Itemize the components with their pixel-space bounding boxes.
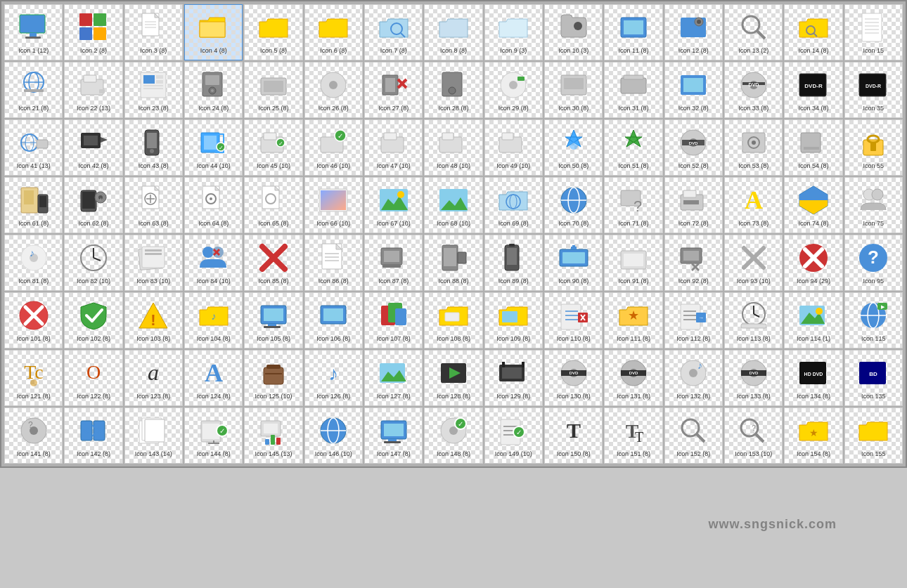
icon-cell-127[interactable]: Icon 127 (8)	[364, 350, 423, 406]
icon-cell-87[interactable]: Icon 87 (8)	[364, 235, 423, 291]
icon-cell-51[interactable]: Icon 51 (8)	[604, 119, 662, 176]
icon-cell-86[interactable]: Icon 86 (8)	[304, 235, 363, 291]
icon-cell-106[interactable]: Icon 106 (8)	[304, 292, 363, 348]
icon-cell-131[interactable]: DVDIcon 131 (8)	[604, 350, 662, 406]
icon-cell-151[interactable]: TTIcon 151 (8)	[604, 407, 662, 464]
icon-cell-143[interactable]: Icon 143 (14)	[124, 407, 183, 464]
icon-cell-69[interactable]: Icon 69 (8)	[484, 177, 543, 233]
icon-cell-22[interactable]: Icon 22 (13)	[64, 62, 122, 118]
icon-cell-134[interactable]: HD DVDIcon 134 (8)	[784, 350, 842, 406]
icon-cell-24[interactable]: Icon 24 (8)	[184, 62, 243, 118]
icon-cell-146[interactable]: Icon 146 (10)	[304, 407, 363, 464]
icon-cell-55[interactable]: Icon 55	[844, 119, 903, 176]
icon-cell-73[interactable]: AIcon 73 (8)	[724, 177, 783, 233]
icon-cell-27[interactable]: Icon 27 (8)	[364, 62, 423, 118]
icon-cell-1[interactable]: Icon 1 (12)	[4, 4, 63, 60]
icon-cell-29[interactable]: Icon 29 (8)	[484, 62, 543, 118]
icon-cell-63[interactable]: Icon 63 (8)	[124, 177, 183, 233]
icon-cell-84[interactable]: Icon 84 (10)	[184, 235, 243, 291]
icon-cell-2[interactable]: Icon 2 (8)	[64, 4, 122, 60]
icon-cell-101[interactable]: Icon 101 (8)	[4, 292, 63, 348]
icon-cell-11[interactable]: Icon 11 (8)	[604, 4, 662, 60]
icon-cell-103[interactable]: !Icon 103 (8)	[124, 292, 183, 348]
icon-cell-21[interactable]: Icon 21 (8)	[4, 62, 63, 118]
icon-cell-102[interactable]: Icon 102 (8)	[64, 292, 122, 348]
icon-cell-121[interactable]: TcIcon 121 (8)	[4, 350, 63, 406]
icon-cell-109[interactable]: Icon 109 (8)	[484, 292, 543, 348]
icon-cell-145[interactable]: Icon 145 (13)	[244, 407, 302, 464]
icon-cell-85[interactable]: Icon 85 (8)	[244, 235, 302, 291]
icon-cell-142[interactable]: Icon 142 (8)	[64, 407, 122, 464]
icon-cell-107[interactable]: Icon 107 (8)	[364, 292, 423, 348]
icon-cell-90[interactable]: Icon 90 (8)	[544, 235, 603, 291]
icon-cell-68[interactable]: Icon 68 (10)	[424, 177, 482, 233]
icon-cell-26[interactable]: Icon 26 (8)	[304, 62, 363, 118]
icon-cell-93[interactable]: Icon 93 (10)	[724, 235, 783, 291]
icon-cell-111[interactable]: ★Icon 111 (8)	[604, 292, 662, 348]
icon-cell-95[interactable]: ?Icon 95	[844, 235, 903, 291]
icon-cell-113[interactable]: Icon 113 (8)	[724, 292, 783, 348]
icon-cell-153[interactable]: ?Icon 153 (10)	[724, 407, 783, 464]
icon-cell-50[interactable]: Icon 50 (8)	[544, 119, 603, 176]
icon-cell-44[interactable]: ✓Icon 44 (10)	[184, 119, 243, 176]
icon-cell-70[interactable]: Icon 70 (8)	[544, 177, 603, 233]
icon-cell-114[interactable]: Icon 114 (1)	[784, 292, 842, 348]
icon-cell-25[interactable]: Icon 25 (8)	[244, 62, 302, 118]
icon-cell-31[interactable]: Icon 31 (8)	[604, 62, 662, 118]
icon-cell-150[interactable]: TIcon 150 (8)	[544, 407, 603, 464]
icon-cell-41[interactable]: Icon 41 (13)	[4, 119, 63, 176]
icon-cell-35[interactable]: DVD-RIcon 35	[844, 62, 903, 118]
icon-cell-112[interactable]: →Icon 112 (8)	[664, 292, 723, 348]
icon-cell-83[interactable]: Icon 83 (10)	[124, 235, 183, 291]
icon-cell-148[interactable]: ✓Icon 148 (8)	[424, 407, 482, 464]
icon-cell-28[interactable]: Icon 28 (8)	[424, 62, 482, 118]
icon-cell-5[interactable]: Icon 5 (8)	[244, 4, 302, 60]
icon-cell-61[interactable]: Icon 61 (8)	[4, 177, 63, 233]
icon-cell-9[interactable]: Icon 9 (3)	[484, 4, 543, 60]
icon-cell-123[interactable]: aIcon 123 (8)	[124, 350, 183, 406]
icon-cell-34[interactable]: DVD-RIcon 34 (8)	[784, 62, 842, 118]
icon-cell-67[interactable]: Icon 67 (10)	[364, 177, 423, 233]
icon-cell-15[interactable]: Icon 15	[844, 4, 903, 60]
icon-cell-129[interactable]: Icon 129 (8)	[484, 350, 543, 406]
icon-cell-108[interactable]: Icon 108 (8)	[424, 292, 482, 348]
icon-cell-94[interactable]: Icon 94 (29)	[784, 235, 842, 291]
icon-cell-46[interactable]: ✓Icon 46 (10)	[304, 119, 363, 176]
icon-cell-126[interactable]: ♪Icon 126 (8)	[304, 350, 363, 406]
icon-cell-82[interactable]: Icon 82 (10)	[64, 235, 122, 291]
icon-cell-62[interactable]: ♪Icon 62 (8)	[64, 177, 122, 233]
icon-cell-47[interactable]: Icon 47 (10)	[364, 119, 423, 176]
icon-cell-13[interactable]: Icon 13 (2)	[724, 4, 783, 60]
icon-cell-10[interactable]: Icon 10 (3)	[544, 4, 603, 60]
icon-cell-4[interactable]: Icon 4 (8)	[184, 4, 243, 60]
icon-cell-155[interactable]: Icon 155	[844, 407, 903, 464]
icon-cell-152[interactable]: Icon 152 (8)	[664, 407, 723, 464]
icon-cell-135[interactable]: BDIcon 135	[844, 350, 903, 406]
icon-cell-144[interactable]: ✓Icon 144 (8)	[184, 407, 243, 464]
icon-cell-14[interactable]: Icon 14 (8)	[784, 4, 842, 60]
icon-cell-71[interactable]: ?Icon 71 (8)	[604, 177, 662, 233]
icon-cell-122[interactable]: OIcon 122 (8)	[64, 350, 122, 406]
icon-cell-104[interactable]: ♪Icon 104 (8)	[184, 292, 243, 348]
icon-cell-88[interactable]: Icon 88 (8)	[424, 235, 482, 291]
icon-cell-75[interactable]: Icon 75	[844, 177, 903, 233]
icon-cell-149[interactable]: ✓Icon 149 (10)	[484, 407, 543, 464]
icon-cell-74[interactable]: Icon 74 (8)	[784, 177, 842, 233]
icon-cell-42[interactable]: Icon 42 (8)	[64, 119, 122, 176]
icon-cell-43[interactable]: Icon 43 (8)	[124, 119, 183, 176]
icon-cell-91[interactable]: Icon 91 (8)	[604, 235, 662, 291]
icon-cell-125[interactable]: Icon 125 (10)	[244, 350, 302, 406]
icon-cell-66[interactable]: Icon 66 (10)	[304, 177, 363, 233]
icon-cell-147[interactable]: Icon 147 (8)	[364, 407, 423, 464]
icon-cell-92[interactable]: Icon 92 (8)	[664, 235, 723, 291]
icon-cell-65[interactable]: Icon 65 (8)	[244, 177, 302, 233]
icon-cell-133[interactable]: DVDIcon 133 (8)	[724, 350, 783, 406]
icon-cell-23[interactable]: Icon 23 (8)	[124, 62, 183, 118]
icon-cell-49[interactable]: Icon 49 (10)	[484, 119, 543, 176]
icon-cell-12[interactable]: Icon 12 (8)	[664, 4, 723, 60]
icon-cell-141[interactable]: ?Icon 141 (8)	[4, 407, 63, 464]
icon-cell-105[interactable]: Icon 105 (8)	[244, 292, 302, 348]
icon-cell-53[interactable]: Icon 53 (8)	[724, 119, 783, 176]
icon-cell-6[interactable]: Icon 6 (8)	[304, 4, 363, 60]
icon-cell-124[interactable]: AIcon 124 (8)	[184, 350, 243, 406]
